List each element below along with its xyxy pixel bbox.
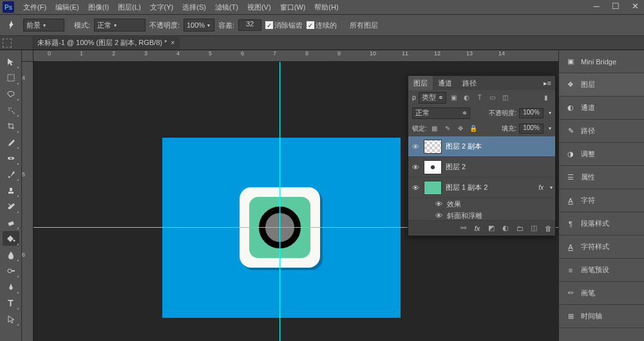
layer-name: 图层 2 副本 [446, 142, 482, 151]
adjustment-icon[interactable]: ◐ [501, 224, 510, 233]
menu-file[interactable]: 文件(F) [19, 1, 50, 14]
filter-type-icon[interactable]: T [475, 93, 485, 103]
lock-all-icon[interactable]: 🔒 [468, 124, 478, 134]
dock-timeline[interactable]: ⊞时间轴 [559, 305, 644, 328]
dock-paths[interactable]: ✎路径 [559, 120, 644, 143]
opacity-label: 不透明度: [149, 21, 180, 30]
tool-preset-icon[interactable] [4, 17, 19, 33]
layer-row[interactable]: 👁 图层 1 副本 2 fx ▾ [408, 178, 555, 198]
menu-window[interactable]: 窗口(W) [276, 1, 310, 14]
type-tool[interactable]: T [3, 295, 19, 310]
timeline-icon: ⊞ [565, 311, 576, 322]
bucket-tool[interactable] [3, 231, 19, 246]
menu-filter[interactable]: 滤镜(T) [211, 1, 242, 14]
svg-rect-4 [8, 192, 14, 194]
opacity-input[interactable]: 100%▾ [184, 19, 214, 32]
filter-adjust-icon[interactable]: ◐ [462, 93, 472, 103]
blend-opacity-row: 正常 ≑ 不透明度: 100% ▾ [408, 106, 555, 121]
layer-row[interactable]: 👁 图层 2 副本 [408, 136, 555, 157]
crop-tool[interactable] [3, 118, 19, 133]
menu-type[interactable]: 文字(Y) [146, 1, 178, 14]
tolerance-label: 容差: [218, 21, 234, 30]
blend-mode-dropdown[interactable]: 正常 ≑ [412, 107, 470, 119]
link-layers-icon[interactable]: ⚯ [459, 224, 468, 233]
all-layers-checkbox[interactable]: 所有图层 [341, 21, 378, 30]
delete-layer-icon[interactable]: 🗑 [544, 224, 553, 233]
effect-bevel-row[interactable]: 👁斜面和浮雕 [408, 210, 555, 220]
document-tab[interactable]: 未标题-1 @ 100% (图层 2 副本, RGB/8) *× [32, 37, 180, 50]
dock-para-style[interactable]: ¶段落样式 [559, 212, 644, 235]
new-layer-icon[interactable]: ◫ [529, 224, 538, 233]
char-icon: A [565, 196, 576, 206]
layer-opacity-label: 不透明度: [489, 109, 516, 118]
fx-badge[interactable]: fx [538, 184, 544, 191]
filter-smart-icon[interactable]: ◫ [500, 93, 511, 103]
layers-panel[interactable]: 图层 通道 路径 ▸≡ ρ 类型 ≑ ▣ ◐ T ▭ ◫ ▮ 正常 ≑ 不透明度… [408, 75, 556, 236]
dock-char-style[interactable]: A字符样式 [559, 235, 644, 259]
mode-dropdown[interactable]: 正常▾ [94, 19, 146, 32]
panel-menu-icon[interactable]: ▸≡ [540, 79, 555, 88]
dock-brush[interactable]: ✏画笔 [559, 282, 644, 305]
antialias-checkbox[interactable]: ✓消除锯齿 [265, 21, 303, 30]
fx-toggle-icon[interactable]: ▾ [550, 185, 553, 190]
dock-channels[interactable]: ◐通道 [559, 97, 644, 120]
guide-vertical[interactable] [279, 62, 280, 341]
dock-brush-preset[interactable]: ≡画笔预设 [559, 259, 644, 282]
tab-layers[interactable]: 图层 [408, 76, 433, 90]
dock-mini-bridge[interactable]: ▣Mini Bridge [559, 50, 644, 73]
minimize-button[interactable]: ─ [591, 1, 601, 10]
path-select-tool[interactable] [3, 311, 19, 326]
menu-image[interactable]: 图像(I) [84, 1, 113, 14]
ruler-horizontal[interactable]: 0 1 2 3 4 5 6 7 8 9 10 11 12 13 14 [33, 50, 558, 62]
menu-edit[interactable]: 编辑(E) [52, 1, 83, 14]
dock-layers[interactable]: ❖图层 [559, 73, 644, 97]
tab-channels[interactable]: 通道 [433, 76, 457, 90]
tolerance-input[interactable]: 32 [238, 19, 261, 31]
menu-layer[interactable]: 图层(L) [114, 1, 144, 14]
marquee-tool[interactable] [3, 70, 19, 85]
stamp-tool[interactable] [3, 183, 19, 198]
menu-view[interactable]: 视图(V) [243, 1, 275, 14]
filter-pixel-icon[interactable]: ▣ [449, 93, 459, 103]
dock-adjust[interactable]: ◑调整 [559, 143, 644, 166]
mask-icon[interactable]: ◩ [487, 224, 496, 233]
filter-toggle[interactable]: ▮ [541, 93, 551, 103]
tab-paths[interactable]: 路径 [457, 76, 482, 90]
dock-char[interactable]: A字符 [559, 189, 644, 212]
fill-source-dropdown[interactable]: 前景▾ [23, 19, 64, 32]
brush-tool[interactable] [3, 167, 19, 181]
lock-position-icon[interactable]: ✥ [455, 124, 466, 134]
filter-shape-icon[interactable]: ▭ [488, 93, 498, 103]
pen-tool[interactable] [3, 279, 19, 294]
lasso-tool[interactable] [3, 86, 19, 101]
visibility-icon[interactable]: 👁 [411, 183, 420, 192]
close-button[interactable]: ✕ [630, 1, 640, 10]
close-tab-icon[interactable]: × [171, 39, 175, 46]
effects-row[interactable]: 👁效果 [408, 198, 555, 210]
lock-paint-icon[interactable]: ✎ [442, 124, 453, 134]
blur-tool[interactable] [3, 247, 19, 262]
menu-help[interactable]: 帮助(H) [310, 1, 342, 14]
menu-select[interactable]: 选择(S) [178, 1, 210, 14]
history-brush-tool[interactable] [3, 199, 19, 214]
eraser-tool[interactable] [3, 215, 19, 230]
layer-opacity-input[interactable]: 100% [519, 108, 544, 118]
fill-input[interactable]: 100% [519, 124, 544, 134]
maximize-button[interactable]: ☐ [611, 1, 621, 10]
svg-rect-5 [8, 221, 14, 225]
contiguous-checkbox[interactable]: ✓连续的 [307, 21, 337, 30]
ruler-vertical[interactable]: 4 5 6 [22, 62, 33, 341]
dodge-tool[interactable] [3, 263, 19, 278]
group-icon[interactable]: 🗀 [515, 224, 524, 233]
eyedropper-tool[interactable] [3, 134, 19, 149]
kind-dropdown[interactable]: 类型 ≑ [419, 92, 446, 104]
wand-tool[interactable] [3, 102, 19, 117]
visibility-icon[interactable]: 👁 [411, 142, 420, 151]
fx-icon[interactable]: fx [473, 224, 482, 233]
layer-row[interactable]: 👁 图层 2 [408, 157, 555, 178]
heal-tool[interactable] [3, 151, 19, 165]
lock-transparency-icon[interactable]: ▦ [430, 124, 440, 134]
visibility-icon[interactable]: 👁 [411, 163, 420, 172]
move-tool[interactable] [3, 54, 19, 69]
dock-props[interactable]: ☰属性 [559, 166, 644, 189]
